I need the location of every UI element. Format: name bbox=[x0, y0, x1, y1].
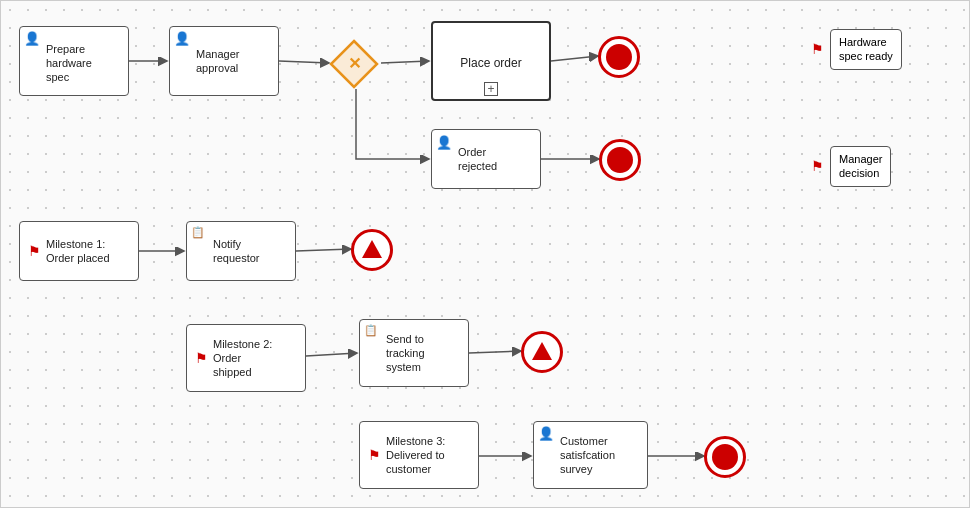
send-icon-1: 📋 bbox=[191, 226, 205, 239]
milestone-flag-2: ⚑ bbox=[195, 350, 208, 366]
legend-hw-spec: ⚑ Hardware spec ready bbox=[811, 29, 902, 70]
place-order-task[interactable]: Place order + bbox=[431, 21, 551, 101]
svg-text:✕: ✕ bbox=[348, 55, 361, 72]
int-event-2-triangle bbox=[532, 342, 552, 360]
legend-hw-spec-label: Hardware spec ready bbox=[839, 36, 893, 62]
notify-requestor-task[interactable]: 📋 Notify requestor bbox=[186, 221, 296, 281]
order-rejected-task[interactable]: 👤 Order rejected bbox=[431, 129, 541, 189]
milestone-flag-3: ⚑ bbox=[368, 447, 381, 463]
end-event-2 bbox=[599, 139, 641, 181]
milestone-1[interactable]: ⚑ Milestone 1: Order placed bbox=[19, 221, 139, 281]
svg-line-3 bbox=[381, 61, 429, 63]
legend-flag-2: ⚑ bbox=[811, 158, 824, 174]
task-label-2: Manager approval bbox=[178, 47, 239, 76]
svg-line-2 bbox=[279, 61, 329, 63]
legend-hw-spec-box: Hardware spec ready bbox=[830, 29, 902, 70]
task-expand-icon[interactable]: + bbox=[484, 82, 498, 96]
legend-manager-label: Manager decision bbox=[839, 153, 882, 179]
customer-survey-task[interactable]: 👤 Customer satisfcation survey bbox=[533, 421, 648, 489]
svg-line-9 bbox=[469, 351, 521, 353]
end-event-2-fill bbox=[607, 147, 633, 173]
user-icon-4: 👤 bbox=[538, 426, 554, 441]
task-label-6: Send to tracking system bbox=[368, 332, 425, 375]
legend-manager-decision: ⚑ Manager decision bbox=[811, 146, 891, 187]
end-event-3-fill bbox=[712, 444, 738, 470]
send-tracking-task[interactable]: 📋 Send to tracking system bbox=[359, 319, 469, 387]
int-event-1-triangle bbox=[362, 240, 382, 258]
task-label-5: Notify requestor bbox=[195, 237, 259, 266]
milestone-label-1: Milestone 1: Order placed bbox=[46, 237, 110, 266]
end-event-3 bbox=[704, 436, 746, 478]
legend-flag-1: ⚑ bbox=[811, 41, 824, 57]
send-icon-2: 📋 bbox=[364, 324, 378, 337]
end-event-1 bbox=[598, 36, 640, 78]
manager-approval-task[interactable]: 👤 Manager approval bbox=[169, 26, 279, 96]
user-icon-3: 👤 bbox=[436, 135, 452, 150]
svg-line-8 bbox=[306, 353, 357, 356]
prepare-hardware-task[interactable]: 👤 Prepare hardware spec bbox=[19, 26, 129, 96]
user-icon: 👤 bbox=[24, 31, 40, 46]
milestone-3[interactable]: ⚑ Milestone 3: Delivered to customer bbox=[359, 421, 479, 489]
user-icon-2: 👤 bbox=[174, 31, 190, 46]
bpmn-canvas: 👤 Prepare hardware spec 👤 Manager approv… bbox=[0, 0, 970, 508]
end-event-1-fill bbox=[606, 44, 632, 70]
exclusive-gateway[interactable]: ✕ bbox=[329, 39, 379, 89]
svg-line-7 bbox=[296, 249, 351, 251]
intermediate-event-2 bbox=[521, 331, 563, 373]
legend-manager-decision-box: Manager decision bbox=[830, 146, 891, 187]
task-label-3: Place order bbox=[441, 56, 541, 72]
intermediate-event-1 bbox=[351, 229, 393, 271]
milestone-flag-1: ⚑ bbox=[28, 243, 41, 259]
milestone-label-2: Milestone 2: Order shipped bbox=[213, 337, 272, 380]
svg-line-4 bbox=[551, 56, 598, 61]
milestone-2[interactable]: ⚑ Milestone 2: Order shipped bbox=[186, 324, 306, 392]
milestone-label-3: Milestone 3: Delivered to customer bbox=[386, 434, 445, 477]
